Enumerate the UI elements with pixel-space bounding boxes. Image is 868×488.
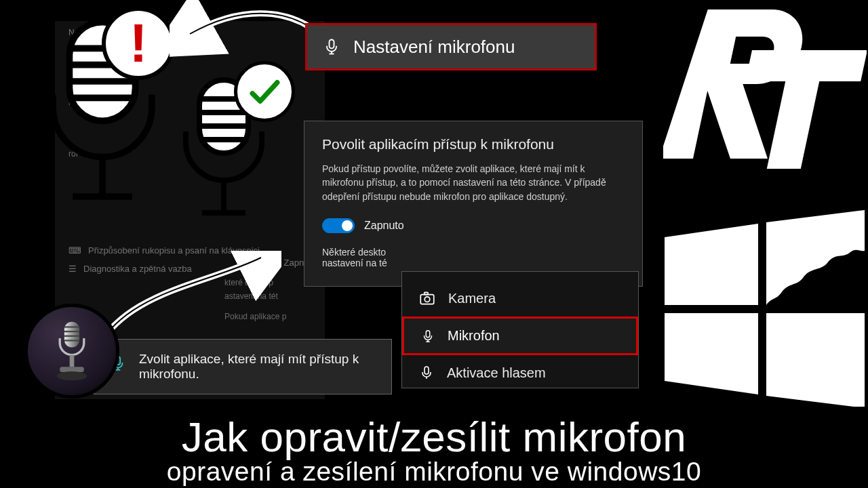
allow-mic-panel: Povolit aplikacím přístup k mikrofonu Po… bbox=[304, 121, 643, 287]
caption-line2: opravení a zesílení mikrofonu ve windows… bbox=[0, 458, 868, 485]
bg-text: které desktop bbox=[224, 278, 311, 287]
allow-subtext: Některé deskto nastavení na té bbox=[322, 247, 625, 268]
feedback-icon: ☰ bbox=[68, 264, 77, 274]
svg-rect-30 bbox=[64, 331, 79, 332]
svg-rect-34 bbox=[60, 367, 84, 372]
svg-rect-19 bbox=[425, 292, 428, 294]
chip-label: Nastavení mikrofonu bbox=[353, 37, 515, 58]
bg-text: astavení na tét bbox=[224, 291, 311, 301]
rt-logo bbox=[663, 0, 867, 172]
sidebar-item-label: Diagnostika a zpětná vazba bbox=[83, 264, 192, 274]
svg-rect-17 bbox=[420, 295, 434, 304]
mic-settings-chip[interactable]: Nastavení mikrofonu bbox=[305, 23, 597, 70]
privacy-list: Kamera Mikrofon Aktivace hlasem bbox=[401, 271, 639, 388]
svg-rect-20 bbox=[426, 330, 430, 337]
svg-marker-38 bbox=[665, 224, 758, 305]
list-label: Mikrofon bbox=[448, 328, 500, 344]
svg-rect-31 bbox=[64, 336, 79, 337]
keyboard-icon: ⌨ bbox=[68, 245, 81, 256]
svg-rect-29 bbox=[64, 326, 79, 327]
microphone-icon bbox=[420, 329, 435, 344]
ok-badge bbox=[234, 61, 295, 122]
caption-line1: Jak opravit/zesílit mikrofon bbox=[0, 415, 868, 458]
bg-toggle[interactable] bbox=[248, 256, 274, 268]
svg-marker-39 bbox=[665, 313, 758, 394]
choose-text: Zvolit aplikace, které mají mít přístup … bbox=[139, 352, 376, 382]
svg-rect-28 bbox=[64, 322, 79, 348]
allow-toggle-label: Zapnuto bbox=[364, 220, 404, 232]
allow-toggle[interactable] bbox=[322, 218, 355, 233]
allow-body: Pokud přístup povolíte, můžete zvolit ap… bbox=[322, 162, 625, 203]
list-item-microphone[interactable]: Mikrofon bbox=[402, 317, 638, 355]
svg-rect-23 bbox=[425, 367, 429, 374]
voice-activation-icon bbox=[418, 365, 435, 381]
svg-marker-40 bbox=[766, 313, 865, 407]
svg-point-35 bbox=[57, 371, 87, 380]
thumbnail-caption: Jak opravit/zesílit mikrofon opravení a … bbox=[0, 415, 868, 485]
list-item-voice[interactable]: Aktivace hlasem bbox=[402, 355, 638, 384]
svg-rect-14 bbox=[330, 40, 334, 49]
list-item-camera[interactable]: Kamera bbox=[402, 280, 638, 317]
camera-icon bbox=[418, 289, 436, 307]
list-label: Aktivace hlasem bbox=[447, 365, 546, 381]
list-label: Kamera bbox=[448, 291, 496, 306]
choose-apps-panel: Zvolit aplikace, které mají mít přístup … bbox=[94, 339, 392, 394]
svg-rect-32 bbox=[64, 340, 79, 341]
microphone-icon bbox=[322, 37, 341, 56]
bg-text: Pokud aplikace p bbox=[224, 312, 311, 321]
allow-heading: Povolit aplikacím přístup k mikrofonu bbox=[322, 136, 625, 152]
svg-point-18 bbox=[425, 297, 430, 302]
windows-logo bbox=[658, 210, 868, 407]
svg-rect-33 bbox=[70, 355, 75, 367]
mic-3d-badge bbox=[24, 304, 119, 399]
